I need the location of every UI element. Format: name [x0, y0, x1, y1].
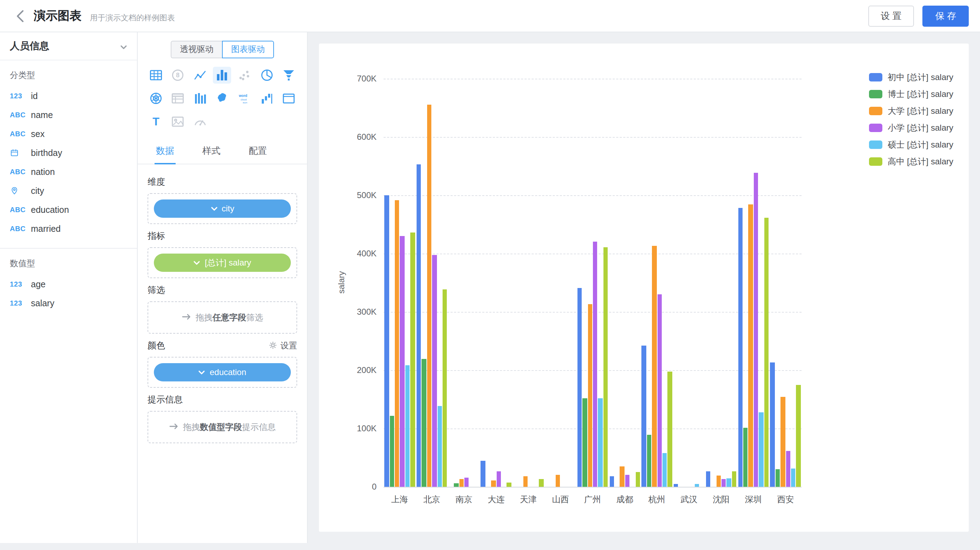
dimension-dropzone[interactable]: city [148, 193, 297, 224]
legend-item[interactable]: 小学 [总计] salary [869, 122, 953, 134]
funnel-icon[interactable] [280, 67, 298, 84]
filter-section-label: 筛选 [148, 285, 165, 296]
field-name[interactable]: ABCname [0, 105, 137, 124]
bar [721, 479, 726, 487]
settings-button[interactable]: 设 置 [868, 5, 914, 26]
field-salary[interactable]: 123salary [0, 294, 137, 313]
tab-样式[interactable]: 样式 [201, 138, 222, 164]
line-chart-icon[interactable] [191, 67, 209, 84]
bar [652, 246, 657, 487]
bar [716, 475, 721, 487]
bar-chart-icon[interactable] [213, 67, 231, 84]
back-button[interactable] [11, 7, 28, 25]
field-age[interactable]: 123age [0, 275, 137, 294]
dataset-selector[interactable]: 人员信息 [0, 32, 137, 60]
bar [539, 479, 544, 487]
legend-label: 高中 [总计] salary [888, 156, 953, 167]
field-name: married [31, 224, 61, 234]
bar [781, 397, 785, 487]
chart-legend: 初中 [总计] salary博士 [总计] salary大学 [总计] sala… [869, 72, 953, 167]
field-sex[interactable]: ABCsex [0, 124, 137, 143]
ball-icon[interactable]: 8 [169, 67, 187, 84]
mode-tab-chart-driven[interactable]: 图表驱动 [222, 41, 274, 58]
x-tick-label: 天津 [520, 494, 537, 506]
main-layout: 人员信息 分类型123idABCnameABCsexbirthdayABCnat… [0, 32, 980, 543]
map-icon[interactable] [213, 90, 231, 107]
text-type-badge: ABC [10, 130, 31, 138]
field-name: city [31, 186, 44, 196]
mode-tab-pivot-driven[interactable]: 透视驱动 [171, 41, 222, 58]
x-tick-label: 武汉 [681, 494, 698, 506]
color-pill-label: education [210, 367, 246, 377]
waterfall-icon[interactable] [258, 90, 276, 107]
filter-dropzone[interactable]: 拖拽任意字段筛选 [148, 301, 297, 334]
bar [635, 472, 640, 487]
image-icon[interactable] [169, 113, 187, 130]
crosstab-icon[interactable] [169, 90, 187, 107]
metric-pill[interactable]: [总计] salary [154, 254, 291, 272]
gauge-icon[interactable] [191, 113, 209, 130]
dimension-pill[interactable]: city [154, 199, 291, 218]
chart-area: 0100K200K300K400K500K600K700Ksalary上海北京南… [308, 32, 980, 543]
bar [732, 472, 737, 487]
save-button[interactable]: 保 存 [923, 5, 969, 26]
bar [442, 289, 447, 487]
y-axis-title: salary [337, 261, 346, 303]
filter-ph-suffix: 筛选 [246, 312, 263, 322]
bar [657, 294, 662, 487]
metric-dropzone[interactable]: [总计] salary [148, 247, 297, 278]
tab-数据[interactable]: 数据 [154, 138, 176, 164]
bar [422, 359, 426, 487]
x-tick-label: 广州 [584, 494, 601, 506]
legend-item[interactable]: 高中 [总计] salary [869, 156, 953, 167]
word-cloud-icon[interactable]: wordcloudapps [235, 90, 254, 107]
legend-swatch [869, 157, 882, 166]
y-tick-label: 500K [339, 190, 377, 200]
scatter-icon[interactable] [235, 67, 254, 84]
bar [481, 461, 485, 487]
color-pill[interactable]: education [154, 363, 291, 382]
legend-item[interactable]: 硕士 [总计] salary [869, 139, 953, 150]
dimension-pill-label: city [222, 204, 234, 213]
metric-pill-label: [总计] salary [205, 257, 251, 269]
text-icon[interactable]: T [147, 113, 165, 130]
x-tick-label: 沈阳 [713, 494, 730, 506]
radar-icon[interactable] [147, 90, 165, 107]
field-id[interactable]: 123id [0, 86, 137, 105]
parallel-icon[interactable] [191, 90, 209, 107]
bar [582, 398, 587, 487]
y-tick-label: 300K [339, 307, 377, 317]
table-icon[interactable] [147, 67, 165, 84]
pie-chart-icon[interactable] [258, 67, 276, 84]
gridline [383, 137, 802, 138]
field-section-label: 数值型 [0, 249, 137, 275]
bar [754, 173, 758, 487]
svg-text:word: word [239, 94, 247, 98]
page-subtitle: 用于演示文档的样例图表 [90, 12, 175, 23]
field-married[interactable]: ABCmarried [0, 219, 137, 238]
tooltip-dropzone[interactable]: 拖拽数值型字段提示信息 [148, 411, 297, 443]
bar [492, 480, 496, 487]
bar [593, 241, 598, 487]
field-birthday[interactable]: birthday [0, 143, 137, 162]
gridline [383, 79, 802, 79]
color-settings-link[interactable]: 设置 [268, 340, 297, 352]
tab-配置[interactable]: 配置 [247, 138, 268, 164]
frame-icon[interactable] [280, 90, 298, 107]
field-education[interactable]: ABCeducation [0, 200, 137, 219]
legend-swatch [869, 73, 882, 81]
field-city[interactable]: city [0, 181, 137, 200]
numeric-type-badge: 123 [10, 92, 31, 100]
legend-item[interactable]: 初中 [总计] salary [869, 72, 953, 83]
legend-item[interactable]: 大学 [总计] salary [869, 105, 953, 117]
bar [642, 346, 646, 487]
y-tick-label: 0 [339, 482, 377, 492]
color-dropzone[interactable]: education [148, 357, 297, 388]
x-tick-label: 西安 [777, 494, 794, 506]
legend-item[interactable]: 博士 [总计] salary [869, 89, 953, 100]
bar [556, 474, 560, 487]
field-nation[interactable]: ABCnation [0, 162, 137, 181]
bar [465, 477, 469, 487]
bar [395, 200, 399, 487]
bar [384, 195, 389, 487]
